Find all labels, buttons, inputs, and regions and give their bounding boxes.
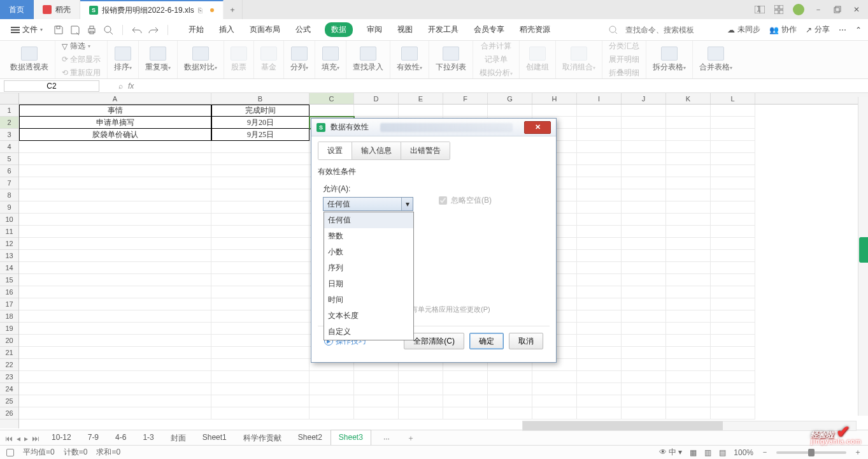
cell[interactable] [211,189,309,201]
select-all-corner[interactable] [0,93,18,105]
row-header[interactable]: 19 [0,323,18,335]
cell[interactable] [666,226,711,238]
tab-last-icon[interactable]: ⏭ [32,434,39,443]
cell[interactable] [711,274,755,286]
cell[interactable] [666,177,711,189]
cell[interactable] [666,129,711,141]
zoom-to-icon[interactable]: ⌕ [118,82,123,91]
cell[interactable] [711,395,755,407]
cell[interactable] [666,323,711,335]
cell[interactable] [354,395,399,407]
cell[interactable] [211,153,309,165]
cell[interactable] [622,141,666,153]
cell[interactable] [622,177,666,189]
cell[interactable] [577,226,622,238]
collab-button[interactable]: 👥协作 [769,24,797,35]
ungroup-button[interactable]: 取消组合▾ [556,41,602,78]
compare-button[interactable]: 数据对比▾ [178,41,224,78]
sync-button[interactable]: ☁未同步 [727,24,760,35]
tab-start[interactable]: 开始 [187,22,205,38]
cell[interactable]: 9月20日 [211,117,309,129]
cell[interactable] [577,262,622,274]
filter-button[interactable]: ▽筛选▾ [62,41,90,52]
row-header[interactable]: 26 [0,407,18,419]
cell[interactable] [211,310,309,323]
cell[interactable] [211,250,309,262]
cell[interactable] [666,250,711,262]
tab-resources[interactable]: 稻壳资源 [518,22,551,38]
cancel-button[interactable]: 取消 [509,333,543,349]
cell[interactable] [399,395,443,407]
cell[interactable] [211,238,309,250]
tab-first-icon[interactable]: ⏮ [5,434,13,443]
cell[interactable] [622,323,666,335]
tab-pin-icon[interactable]: ⎘ [198,6,203,14]
cell[interactable] [666,310,711,323]
cell[interactable] [19,141,211,153]
allow-opt-any[interactable]: 任何值 [324,212,413,228]
cell[interactable] [19,165,211,177]
cell[interactable] [711,310,755,323]
redo-icon[interactable] [148,26,159,34]
view-page-icon[interactable]: ▥ [704,448,711,457]
cell[interactable] [354,371,399,383]
col-header-J[interactable]: J [622,93,666,104]
cell[interactable] [666,395,711,407]
new-tab-button[interactable]: ＋ [224,0,243,19]
cell[interactable] [577,105,622,117]
cell[interactable] [488,371,532,383]
cell[interactable] [19,226,211,238]
row-header[interactable]: 9 [0,201,18,214]
cell[interactable] [666,407,711,419]
cell[interactable] [19,347,211,359]
cell[interactable]: 9月25日 [211,129,309,141]
cell[interactable] [622,383,666,395]
cell[interactable] [532,407,577,419]
col-header-A[interactable]: A [19,93,211,104]
row-header[interactable]: 4 [0,141,18,153]
cell[interactable] [19,274,211,286]
cell[interactable] [577,177,622,189]
cell[interactable] [577,153,622,165]
zoom-label[interactable]: 100% [734,448,753,457]
cell[interactable] [577,250,622,262]
cell[interactable] [19,250,211,262]
cell[interactable] [211,274,309,286]
undo-icon[interactable] [132,26,142,34]
cell[interactable] [309,383,354,395]
cell[interactable] [711,214,755,226]
cell[interactable] [309,105,354,117]
cell[interactable] [211,395,309,407]
tab-more[interactable]: ··· [375,431,398,446]
tab-next-icon[interactable]: ▸ [24,434,28,443]
cell[interactable] [622,153,666,165]
cell[interactable] [622,105,666,117]
cell[interactable] [711,407,755,419]
cell[interactable] [711,298,755,310]
reapply-button[interactable]: ⟲ 重新应用 [62,68,101,78]
ok-button[interactable]: 确定 [469,333,504,349]
cell[interactable] [19,262,211,274]
cell[interactable] [577,371,622,383]
cell[interactable] [577,347,622,359]
row-header[interactable]: 24 [0,383,18,395]
cell[interactable] [443,407,488,419]
cell[interactable] [488,407,532,419]
allow-opt-seq[interactable]: 序列 [324,260,413,276]
findrec-button[interactable]: 查找录入 [346,41,390,78]
close-button[interactable]: ✕ [851,4,862,15]
cell[interactable] [622,165,666,177]
sheet-tab[interactable]: 科学作贡献 [235,430,290,447]
col-header-B[interactable]: B [211,93,309,104]
allow-opt-date[interactable]: 日期 [324,276,413,292]
cell[interactable] [309,407,354,419]
cell[interactable] [666,153,711,165]
cell[interactable] [622,274,666,286]
cell[interactable] [622,117,666,129]
cell[interactable] [211,201,309,214]
minimize-button[interactable]: － [813,4,823,15]
cell[interactable] [19,298,211,310]
cell[interactable] [622,201,666,214]
cell[interactable] [622,335,666,347]
col-header-L[interactable]: L [711,93,755,104]
